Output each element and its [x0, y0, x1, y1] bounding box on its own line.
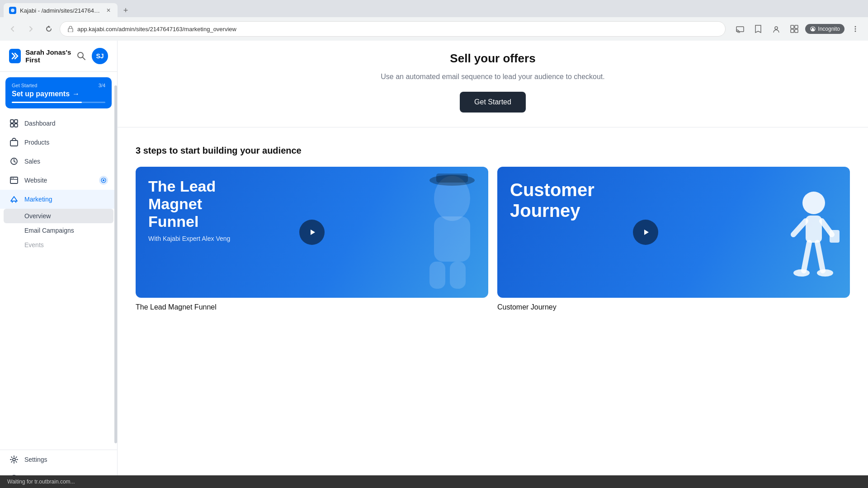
svg-point-11 [855, 28, 856, 30]
svg-point-0 [11, 9, 14, 12]
svg-marker-32 [311, 230, 315, 235]
customer-journey-video-title: Customer Journey [497, 303, 850, 311]
video-card-lead-inner: The LeadMagnetFunnel With Kajabi Expert … [136, 167, 488, 298]
sidebar-scroll: Get Started 3/4 Set up payments → Dashbo… [0, 72, 117, 450]
site-name: Sarah Jonas's First [25, 48, 76, 64]
forward-button[interactable] [24, 22, 38, 36]
sales-icon [9, 156, 19, 166]
svg-rect-1 [68, 28, 73, 32]
top-section: Sell your offers Use an automated email … [118, 41, 868, 127]
sidebar-item-dashboard[interactable]: Dashboard [0, 114, 117, 133]
get-started-label: Get Started 3/4 [12, 83, 105, 88]
svg-line-42 [793, 221, 806, 235]
sidebar: Sarah Jonas's First SJ Get Started 3/4 S… [0, 41, 118, 488]
svg-point-40 [802, 192, 825, 214]
svg-rect-16 [14, 120, 18, 123]
video-card-lead-text: The LeadMagnetFunnel With Kajabi Expert … [136, 167, 243, 253]
new-tab-button[interactable]: + [119, 4, 132, 17]
person-illustration [389, 167, 488, 298]
logo-icon [9, 49, 21, 63]
steps-section: 3 steps to start building your audience … [118, 127, 868, 311]
svg-rect-36 [450, 262, 466, 289]
profile-icon[interactable] [769, 22, 783, 36]
video-card-journey-text: CustomerJourney [497, 167, 607, 234]
status-text: Waiting for tr.outbrain.com... [7, 479, 75, 485]
play-button-journey[interactable] [633, 220, 658, 245]
sidebar-item-website[interactable]: Website [0, 171, 117, 190]
email-campaigns-label: Email Campaigns [24, 227, 74, 234]
browser-chrome: Kajabi - /admin/sites/214764716 ✕ + app.… [0, 0, 868, 41]
incognito-label: Incognito [818, 26, 840, 32]
svg-rect-4 [791, 25, 794, 28]
svg-rect-41 [806, 216, 822, 243]
events-label: Events [24, 241, 44, 249]
get-started-progress-bar [12, 102, 105, 103]
play-button-lead[interactable] [299, 220, 325, 245]
tab-bar: Kajabi - /admin/sites/214764716 ✕ + [0, 0, 868, 17]
cast-icon[interactable] [733, 22, 747, 36]
sidebar-item-sales[interactable]: Sales [0, 152, 117, 171]
lead-magnet-video-title: The Lead Magnet Funnel [136, 303, 488, 311]
sidebar-item-marketing[interactable]: Marketing [0, 190, 117, 209]
svg-line-45 [804, 243, 809, 271]
svg-point-47 [793, 269, 810, 277]
video-card-customer-journey[interactable]: CustomerJourney [497, 167, 850, 298]
header-icons: SJ [76, 48, 108, 64]
sell-offers-title: Sell your offers [136, 52, 850, 66]
refresh-button[interactable] [42, 22, 56, 36]
video-card-lead-magnet[interactable]: The LeadMagnetFunnel With Kajabi Expert … [136, 167, 488, 298]
website-badge [99, 176, 108, 185]
dashboard-label: Dashboard [24, 120, 108, 127]
svg-point-29 [13, 458, 15, 461]
sales-label: Sales [24, 158, 108, 165]
sidebar-item-products[interactable]: Products [0, 133, 117, 152]
overview-label: Overview [24, 212, 51, 220]
marketing-icon [9, 194, 19, 204]
extensions-icon[interactable] [787, 22, 802, 36]
products-icon [9, 137, 19, 147]
steps-title: 3 steps to start building your audience [136, 145, 850, 156]
address-bar[interactable]: app.kajabi.com/admin/sites/2147647163/ma… [60, 21, 726, 37]
app-logo: Sarah Jonas's First [9, 48, 76, 64]
svg-line-46 [817, 243, 823, 271]
dashboard-icon [9, 118, 19, 128]
video-titles: The Lead Magnet Funnel Customer Journey [136, 303, 850, 311]
sub-nav-email-campaigns[interactable]: Email Campaigns [0, 223, 117, 238]
scroll-thumb[interactable] [114, 85, 117, 443]
svg-point-3 [775, 27, 778, 29]
settings-label: Settings [24, 456, 108, 463]
menu-button[interactable] [848, 22, 863, 36]
active-tab[interactable]: Kajabi - /admin/sites/214764716 ✕ [4, 3, 118, 18]
sub-nav-events[interactable]: Events [0, 238, 117, 252]
app: Sarah Jonas's First SJ Get Started 3/4 S… [0, 41, 868, 488]
svg-rect-18 [14, 124, 18, 127]
sub-nav-overview[interactable]: Overview [4, 209, 113, 223]
svg-rect-17 [10, 124, 14, 127]
toolbar-icons: Incognito [733, 22, 863, 36]
svg-point-26 [103, 179, 104, 181]
main-content: Sell your offers Use an automated email … [118, 41, 868, 488]
browser-toolbar: app.kajabi.com/admin/sites/2147647163/ma… [0, 17, 868, 41]
website-label: Website [24, 177, 94, 184]
back-button[interactable] [5, 22, 20, 36]
svg-point-23 [11, 178, 12, 179]
svg-rect-19 [10, 141, 18, 146]
lead-magnet-title: The LeadMagnetFunnel [148, 178, 230, 230]
svg-marker-39 [644, 230, 649, 235]
avatar[interactable]: SJ [92, 48, 108, 64]
lock-icon [67, 26, 74, 32]
get-started-banner[interactable]: Get Started 3/4 Set up payments → [5, 77, 112, 108]
svg-rect-35 [429, 262, 445, 289]
svg-rect-44 [830, 230, 840, 243]
website-icon [9, 175, 19, 185]
search-button[interactable] [76, 51, 86, 61]
svg-point-48 [817, 269, 833, 277]
incognito-badge: Incognito [805, 24, 844, 34]
walking-figure [741, 176, 841, 298]
url-text: app.kajabi.com/admin/sites/2147647163/ma… [77, 26, 718, 33]
tab-close-button[interactable]: ✕ [105, 7, 112, 14]
get-started-button[interactable]: Get Started [460, 92, 526, 113]
svg-rect-6 [791, 29, 794, 33]
sidebar-item-settings[interactable]: Settings [0, 450, 117, 469]
bookmark-icon[interactable] [751, 22, 765, 36]
